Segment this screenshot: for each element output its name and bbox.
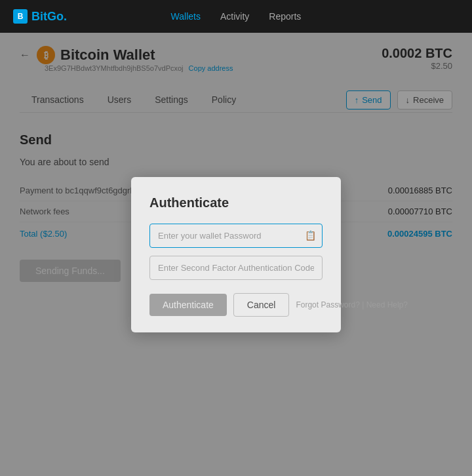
bitgo-shield-icon: B	[13, 9, 28, 24]
modal-title: Authenticate	[149, 195, 323, 210]
password-icon: 📋	[305, 230, 316, 241]
modal-actions: Authenticate Cancel Forgot Password? | N…	[149, 293, 323, 317]
navbar-links: Wallets Activity Reports	[171, 11, 302, 22]
forgot-password-link[interactable]: Forgot Password?	[296, 300, 359, 309]
main-content: ← ₿ Bitcoin Wallet 3Ex9G7HBdwt3YMhtfbdh9…	[0, 33, 472, 476]
navbar: B BitGo. Wallets Activity Reports	[0, 0, 472, 33]
brand-name: BitGo.	[31, 10, 67, 24]
cancel-button[interactable]: Cancel	[233, 293, 290, 317]
modal-overlay: Authenticate 📋 Authenticate Cancel Forgo…	[0, 33, 472, 476]
brand-logo: B BitGo.	[13, 9, 67, 24]
help-separator: |	[360, 300, 366, 309]
authenticate-modal: Authenticate 📋 Authenticate Cancel Forgo…	[131, 177, 341, 332]
authenticate-button[interactable]: Authenticate	[149, 294, 227, 316]
password-input[interactable]	[149, 224, 323, 248]
modal-help-links: Forgot Password? | Need Help?	[296, 300, 408, 309]
password-input-wrapper: 📋	[149, 224, 323, 248]
otp-input[interactable]	[149, 256, 323, 280]
nav-activity[interactable]: Activity	[220, 11, 249, 22]
need-help-link[interactable]: Need Help?	[366, 300, 408, 309]
nav-reports[interactable]: Reports	[269, 11, 301, 22]
nav-wallets[interactable]: Wallets	[171, 11, 201, 22]
